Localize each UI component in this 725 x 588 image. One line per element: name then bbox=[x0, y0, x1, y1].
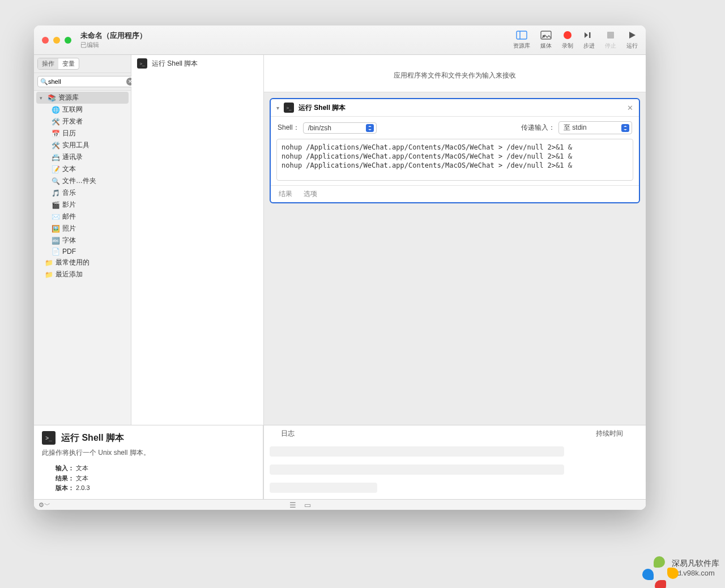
step-icon bbox=[583, 30, 595, 40]
flow-view-icon[interactable]: ▭ bbox=[304, 501, 311, 509]
log-placeholder bbox=[270, 465, 564, 475]
folder-icon: 📁 bbox=[44, 271, 53, 279]
sidebar-item[interactable]: 📄PDF bbox=[34, 246, 131, 257]
stop-icon bbox=[605, 30, 616, 40]
sidebar-item[interactable]: 📅日历 bbox=[34, 127, 131, 139]
library-label: 资源库 bbox=[58, 93, 79, 103]
step-footer: 结果 选项 bbox=[271, 185, 639, 202]
sidebar-item-label: 音乐 bbox=[62, 188, 76, 198]
stop-label: 停止 bbox=[605, 42, 616, 50]
log-placeholder bbox=[270, 446, 564, 457]
sidebar-item[interactable]: ✉️邮件 bbox=[34, 211, 131, 223]
minimize-button[interactable] bbox=[53, 37, 60, 44]
watermark-line2: wd.v98k.com bbox=[672, 569, 719, 578]
category-icon: 📅 bbox=[51, 130, 60, 138]
action-run-shell[interactable]: >_ 运行 Shell 脚本 bbox=[131, 55, 263, 72]
svg-point-4 bbox=[564, 31, 572, 39]
record-button[interactable]: 录制 bbox=[562, 30, 573, 50]
collapse-icon[interactable]: ▾ bbox=[276, 105, 279, 111]
run-button[interactable]: 运行 bbox=[626, 30, 638, 50]
script-editor[interactable]: nohup /Applications/WeChat.app/Contents/… bbox=[276, 139, 633, 181]
shell-select[interactable]: /bin/zsh bbox=[303, 122, 377, 134]
workflow-canvas[interactable]: ▾ >_ 运行 Shell 脚本 ✕ Shell： /bin/zsh 传递输入： bbox=[264, 92, 646, 425]
zoom-button[interactable] bbox=[65, 37, 71, 44]
duration-label: 持续时间 bbox=[573, 429, 646, 438]
sidebar-item[interactable]: 📁最近添加 bbox=[34, 269, 131, 280]
sidebar-item[interactable]: 📁最常使用的 bbox=[34, 257, 131, 269]
category-icon: 📄 bbox=[51, 248, 60, 255]
terminal-icon: >_ bbox=[284, 103, 294, 113]
log-label: 日志 bbox=[264, 429, 312, 438]
sidebar-item[interactable]: 📝文本 bbox=[34, 163, 131, 175]
sidebar-item-label: PDF bbox=[62, 248, 76, 255]
main-area: 应用程序将文件和文件夹作为输入来接收 ▾ >_ 运行 Shell 脚本 ✕ Sh… bbox=[264, 55, 646, 510]
options-tab[interactable]: 选项 bbox=[304, 189, 317, 199]
sidebar-item-label: 最常使用的 bbox=[56, 258, 89, 267]
drop-hint: 应用程序将文件和文件夹作为输入来接收 bbox=[264, 55, 646, 92]
terminal-icon: >_ bbox=[42, 431, 56, 445]
seg-vars[interactable]: 变量 bbox=[58, 58, 79, 69]
search-input[interactable] bbox=[48, 78, 126, 85]
run-label: 运行 bbox=[626, 42, 638, 50]
sidebar-item-label: 文本 bbox=[62, 164, 76, 174]
sidebar-item[interactable]: 🖼️照片 bbox=[34, 223, 131, 235]
run-icon bbox=[626, 30, 638, 40]
window: 未命名（应用程序） 已编辑 资源库 媒体 录制 步进 停止 bbox=[34, 25, 646, 510]
category-icon: ✉️ bbox=[51, 213, 60, 221]
step-controls: Shell： /bin/zsh 传递输入： 至 stdin bbox=[271, 117, 639, 139]
remove-step-button[interactable]: ✕ bbox=[627, 104, 633, 112]
traffic-lights bbox=[42, 37, 71, 44]
search-box[interactable]: 🔍 ✕ bbox=[37, 76, 137, 87]
step-button[interactable]: 步进 bbox=[583, 30, 595, 50]
sidebar-item-label: 照片 bbox=[62, 224, 76, 233]
pass-label: 传递输入： bbox=[521, 123, 555, 133]
sidebar-item[interactable]: 🛠️开发者 bbox=[34, 116, 131, 127]
library-root[interactable]: ▾ 📚 资源库 bbox=[36, 92, 129, 104]
log-placeholder bbox=[270, 483, 377, 493]
sidebar-item[interactable]: 🌐互联网 bbox=[34, 104, 131, 116]
media-button[interactable]: 媒体 bbox=[540, 30, 552, 50]
action-label: 运行 Shell 脚本 bbox=[152, 59, 198, 69]
category-icon: 🎵 bbox=[51, 189, 60, 197]
sidebar-item[interactable]: 🔤字体 bbox=[34, 235, 131, 246]
step-header: ▾ >_ 运行 Shell 脚本 ✕ bbox=[271, 99, 639, 117]
category-icon: 🔤 bbox=[51, 237, 60, 245]
category-icon: 🛠️ bbox=[51, 142, 60, 150]
folder-icon: 📁 bbox=[44, 259, 53, 267]
close-button[interactable] bbox=[42, 37, 49, 44]
sidebar-item[interactable]: 📇通讯录 bbox=[34, 151, 131, 163]
result-tab[interactable]: 结果 bbox=[279, 189, 292, 199]
sidebar-item[interactable]: 🎬影片 bbox=[34, 199, 131, 211]
window-title: 未命名（应用程序） 已编辑 bbox=[80, 31, 147, 49]
disclosure-icon[interactable]: ▾ bbox=[40, 95, 45, 101]
sidebar-item[interactable]: 🛠️实用工具 bbox=[34, 139, 131, 151]
library-button[interactable]: 资源库 bbox=[513, 30, 530, 50]
svg-rect-0 bbox=[517, 31, 527, 39]
titlebar: 未命名（应用程序） 已编辑 资源库 媒体 录制 步进 停止 bbox=[34, 25, 646, 55]
media-label: 媒体 bbox=[540, 42, 552, 50]
step-label: 步进 bbox=[583, 42, 595, 50]
title-sub: 已编辑 bbox=[80, 41, 147, 49]
segment-control[interactable]: 操作 变量 bbox=[37, 58, 79, 70]
sidebar-item[interactable]: 🔍文件…件夹 bbox=[34, 175, 131, 187]
detail-kv: 输入： 文本 结果： 文本 版本： 2.0.3 bbox=[42, 463, 255, 493]
search-icon: 🔍 bbox=[40, 78, 48, 86]
terminal-icon: >_ bbox=[137, 58, 147, 69]
record-label: 录制 bbox=[562, 42, 573, 50]
list-view-icon[interactable]: ☰ bbox=[289, 501, 296, 509]
log-header: 日志 持续时间 bbox=[264, 425, 646, 442]
category-icon: 🖼️ bbox=[51, 225, 60, 233]
searchbar: 操作 变量 bbox=[34, 55, 131, 73]
category-icon: 📇 bbox=[51, 154, 60, 161]
sidebar-item-label: 开发者 bbox=[62, 117, 83, 126]
sidebar-item-label: 通讯录 bbox=[62, 152, 83, 162]
watermark: 深易凡软件库 wd.v98k.com bbox=[641, 555, 719, 581]
category-icon: 🛠️ bbox=[51, 118, 60, 126]
seg-actions[interactable]: 操作 bbox=[38, 58, 58, 69]
sidebar-item-label: 实用工具 bbox=[62, 140, 89, 150]
sidebar-item-label: 最近添加 bbox=[56, 270, 83, 279]
sidebar-item-label: 文件…件夹 bbox=[62, 176, 96, 186]
sidebar-item[interactable]: 🎵音乐 bbox=[34, 187, 131, 199]
pass-select[interactable]: 至 stdin bbox=[558, 121, 632, 134]
gear-icon[interactable]: ⚙︎﹀ bbox=[39, 501, 50, 509]
